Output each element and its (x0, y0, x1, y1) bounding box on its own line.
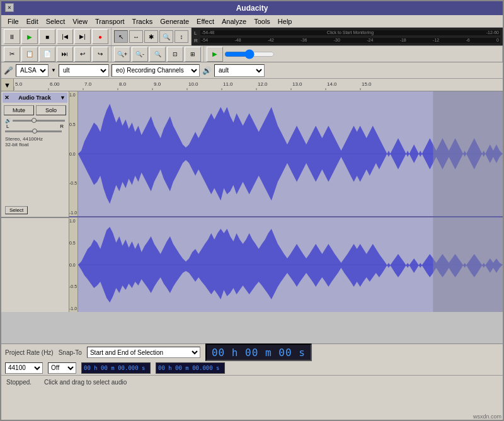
audio-host-select[interactable]: ALSA (16, 64, 49, 77)
transport-section: ⏸ ▶ ■ |◀ ▶| ● (1, 28, 112, 45)
input-device-select[interactable]: ult (59, 64, 109, 77)
track-select-area: Select (3, 204, 30, 216)
menu-tracks[interactable]: Tracks (129, 17, 157, 26)
pause-button[interactable]: ⏸ (4, 29, 20, 44)
db-label: -54 (202, 30, 208, 35)
zoom-tool-btn[interactable]: 🔍 (159, 30, 173, 43)
menu-transport[interactable]: Transport (91, 17, 129, 26)
amp-zero-2: 0.0 (69, 263, 77, 267)
waveform-area[interactable]: 1.0 0.5 0.0 -0.5 -1.0 1.0 0.5 (69, 91, 503, 312)
record-button[interactable]: ● (92, 29, 108, 44)
waveform-track-1: 1.0 0.5 0.0 -0.5 -1.0 (69, 91, 503, 217)
selection-mode-select[interactable]: Start and End of Selection Start and Len… (87, 347, 200, 358)
db-label: -12 (486, 30, 493, 35)
pan-knob (32, 129, 37, 134)
playback-speed-slider[interactable] (224, 50, 275, 58)
window-title: Audacity (236, 4, 268, 13)
amp-max: 1.0 (69, 93, 77, 97)
gain-row: 🔊 (5, 118, 65, 124)
db-label-r: 0 (496, 38, 499, 42)
svg-text:5.0: 5.0 (15, 81, 23, 87)
paste-btn[interactable]: 📋 (21, 47, 38, 62)
output-device-select[interactable]: ault (214, 64, 265, 77)
snap-select[interactable]: Off (48, 362, 76, 374)
amp-min: -1.0 (69, 211, 77, 215)
db-label-r: -12 (433, 38, 439, 42)
db-label-r: -48 (234, 38, 241, 42)
db-label-r: -36 (301, 38, 307, 42)
gain-slider[interactable] (13, 120, 65, 122)
zoom-sel-btn[interactable]: 🔍 (149, 47, 166, 62)
amp-half-2: 0.5 (69, 241, 77, 245)
menu-select[interactable]: Select (42, 17, 69, 26)
status-bar: Stopped. Click and drag to select audio (1, 375, 503, 389)
dropdown-arrow-icon: ▼ (51, 67, 56, 73)
track-header: ✕ Audio Track ▼ Mute Solo 🔊 L (1, 91, 69, 217)
menu-tools[interactable]: Tools (250, 17, 274, 26)
skip-start-button[interactable]: |◀ (57, 29, 73, 44)
vu-meter-section: L -54 -48 Click to Start Monitoring -12 … (192, 28, 503, 45)
timeshift-tool-btn[interactable]: ↕ (175, 30, 188, 43)
waveform-track-2: 1.0 0.5 0.0 -0.5 -1.0 (69, 217, 503, 312)
undo-btn[interactable]: ↩ (74, 47, 91, 62)
select-button[interactable]: Select (5, 206, 28, 214)
cut-btn[interactable]: ✂ (4, 47, 20, 62)
amplitude-labels-1: 1.0 0.5 0.0 -0.5 -1.0 (69, 91, 78, 216)
track-gain-area: 🔊 L R (3, 117, 67, 135)
menu-view[interactable]: View (69, 17, 91, 26)
amp-neg-half: -0.5 (69, 181, 77, 185)
svg-text:7.0: 7.0 (84, 81, 92, 87)
svg-text:14.0: 14.0 (327, 81, 337, 87)
track-close-btn[interactable]: ✕ (4, 95, 9, 101)
recording-channels-select[interactable]: eo) Recording Channels (112, 64, 200, 77)
meter-l-bar: -54 -48 Click to Start Monitoring -12 -6… (200, 30, 500, 35)
amplitude-labels-2: 1.0 0.5 0.0 -0.5 -1.0 (69, 217, 78, 312)
db-label-r: -18 (400, 38, 406, 42)
meter-bottom-row: R -54 -48 -42 -36 -30 -24 -18 -12 -6 0 (194, 37, 500, 43)
zoom-fit-v-btn[interactable]: ⊞ (185, 47, 201, 62)
svg-text:12.0: 12.0 (258, 81, 268, 87)
solo-button[interactable]: Solo (36, 105, 66, 115)
menu-generate[interactable]: Generate (156, 17, 193, 26)
ruler-svg: 5.0 6.00 7.0 8.0 9.0 10.0 11.0 12.0 13.0… (14, 79, 503, 91)
project-rate-select[interactable]: 44100 (5, 362, 43, 374)
meter-r-bar: -54 -48 -42 -36 -30 -24 -18 -12 -6 0 (200, 38, 500, 43)
zoom-out-btn[interactable]: 🔍- (132, 47, 148, 62)
draw-tool-btn[interactable]: ✱ (144, 30, 158, 43)
menu-analyze[interactable]: Analyze (218, 17, 250, 26)
svg-text:13.0: 13.0 (292, 81, 302, 87)
db-label-r: -30 (334, 38, 340, 42)
track-menu-btn[interactable]: ▼ (60, 95, 66, 101)
zoom-out-ruler-btn[interactable]: ▼ (1, 79, 14, 91)
menu-effect[interactable]: Effect (193, 17, 218, 26)
envelope-tool-btn[interactable]: ↔ (129, 30, 143, 43)
play-button[interactable]: ▶ (21, 29, 38, 44)
gain-knob (32, 118, 37, 123)
skip-end-button[interactable]: ▶| (74, 29, 91, 44)
track-stereo-info: Stereo, 44100Hz (5, 136, 65, 142)
close-button[interactable]: × (5, 3, 14, 12)
empty-area (1, 312, 503, 343)
end-time-input[interactable] (156, 362, 225, 374)
start-time-input[interactable] (81, 362, 151, 374)
stop-button[interactable]: ■ (39, 29, 55, 44)
menu-file[interactable]: File (4, 17, 23, 26)
zoom-in-btn[interactable]: 🔍+ (114, 47, 130, 62)
click-monitor-label[interactable]: Click to Start Monitoring (214, 30, 486, 35)
menu-edit[interactable]: Edit (23, 17, 42, 26)
pan-slider[interactable] (5, 130, 62, 132)
track-bit-depth-info: 32-bit float (5, 142, 65, 147)
mute-button[interactable]: Mute (4, 105, 34, 115)
ruler-marks-area: 5.0 6.00 7.0 8.0 9.0 10.0 11.0 12.0 13.0… (14, 79, 503, 91)
db-label-r: -54 (202, 38, 208, 42)
select-tool-btn[interactable]: ↖ (114, 30, 128, 43)
zoom-fit-btn[interactable]: ⊡ (167, 47, 183, 62)
time-display: 00 h 00 m 00 s (205, 343, 312, 361)
trim-btn[interactable]: ⏭ (57, 47, 73, 62)
play-at-speed-btn[interactable]: ▶ (207, 47, 223, 62)
menu-help[interactable]: Help (274, 17, 296, 26)
redo-btn[interactable]: ↪ (92, 47, 108, 62)
speaker-icon: 🔊 (202, 66, 212, 75)
copy-btn[interactable]: 📄 (39, 47, 55, 62)
track-info: Stereo, 44100Hz 32-bit float (3, 135, 67, 149)
